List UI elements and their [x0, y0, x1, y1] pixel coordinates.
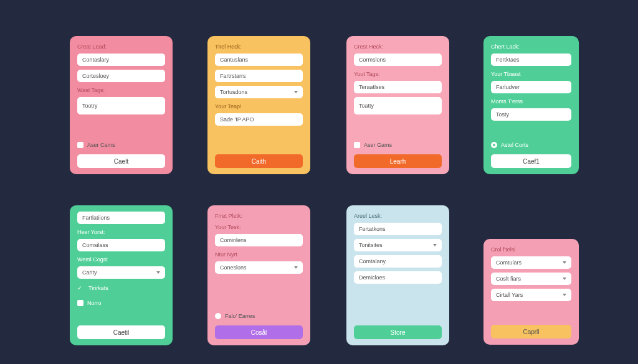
submit-button[interactable]: Caetil: [77, 325, 165, 339]
field-label: Yout Tags:: [354, 71, 442, 77]
card-title: Tirel Heck:: [215, 44, 303, 50]
text-input[interactable]: Comtalany: [354, 255, 442, 268]
textarea-input[interactable]: Toatty: [354, 97, 442, 114]
field-label: Ntur Nyrt: [215, 251, 303, 258]
form-card-8: Crol f'telsi Comtulars Coslt fiars Cirta…: [483, 239, 579, 345]
text-input[interactable]: Cantuslans: [215, 54, 303, 66]
submit-button[interactable]: Caith: [215, 154, 303, 168]
form-card-7: Areel Lesk: Fertatkons Tonitsites Comtal…: [346, 205, 449, 345]
card-title: Creat Lead:: [77, 44, 165, 50]
select-input[interactable]: Coslt fiars: [491, 273, 571, 285]
submit-button[interactable]: Store: [354, 325, 442, 339]
form-card-4: Chert Lack: Fertktaes Your Tbsest Farlud…: [483, 36, 579, 174]
text-input[interactable]: Tosty: [491, 108, 571, 121]
text-input[interactable]: Fertatkons: [354, 223, 442, 235]
form-card-1: Creat Lead: Contaslary Cortesloey Wast T…: [70, 36, 173, 174]
checkbox-icon: [354, 142, 360, 148]
select-input[interactable]: Comtulars: [491, 256, 571, 269]
checkbox-label: Norro: [87, 300, 102, 306]
radio-row[interactable]: Falo' Earres: [215, 313, 303, 319]
text-input[interactable]: Demicloes: [354, 271, 442, 284]
checkbox-row[interactable]: Aser Cams: [77, 142, 165, 148]
text-input[interactable]: Cominlens: [215, 234, 303, 246]
field-label: Your Teap!: [215, 103, 303, 110]
checkbox-icon: [77, 300, 83, 306]
field-label: Your Tesk:: [215, 224, 303, 230]
checkbox-label: Aser Gams: [364, 142, 392, 148]
text-input[interactable]: Fertktaes: [491, 54, 571, 66]
form-card-2: Tirel Heck: Cantuslans Fartrstarrs Tortu…: [207, 36, 310, 174]
radio-icon: [215, 313, 221, 319]
card-title: Areel Lesk:: [354, 213, 442, 219]
checkbox-label: Aser Cams: [87, 142, 115, 148]
select-input[interactable]: Tonitsites: [354, 239, 442, 251]
select-input[interactable]: Cirtall Yars: [491, 289, 571, 301]
card-title: Crest Heck:: [354, 44, 442, 50]
radio-label: Falo' Earres: [225, 313, 255, 319]
text-input[interactable]: Farludver: [491, 81, 571, 93]
submit-button[interactable]: Cosål: [215, 325, 303, 339]
submit-button[interactable]: Caef1: [491, 154, 571, 168]
submit-button[interactable]: Learh: [354, 154, 442, 168]
checkbox-label: Tirirkats: [88, 285, 108, 291]
text-input[interactable]: Cormslons: [354, 54, 442, 66]
text-input[interactable]: Fartlatiions: [77, 212, 165, 224]
select-input[interactable]: Tortusdons: [215, 86, 303, 98]
text-input[interactable]: Contaslary: [77, 54, 165, 66]
select-input[interactable]: Carity: [77, 266, 165, 279]
card-title: Chert Lack:: [491, 44, 571, 50]
text-input[interactable]: Sade 'IP APO: [215, 113, 303, 126]
form-card-3: Crest Heck: Cormslons Yout Tags: Teraatl…: [346, 36, 449, 174]
checkbox-row[interactable]: Aser Gams: [354, 142, 442, 148]
checkbox-row[interactable]: Tirirkats: [77, 285, 165, 291]
select-input[interactable]: Coneslons: [215, 261, 303, 274]
radio-label: Astel Corts: [501, 142, 528, 148]
form-card-5: Fartlatiions Heer Yorst: Comsilass Weml …: [70, 205, 173, 345]
field-label: Weml Cogst: [77, 256, 165, 263]
field-label: Wast Tags:: [77, 87, 165, 93]
radio-row[interactable]: Astel Corts: [491, 142, 571, 148]
card-title: Crol f'telsi: [491, 246, 571, 253]
card-title: Frret Pletk:: [215, 213, 303, 219]
checkbox-row[interactable]: Norro: [77, 300, 165, 306]
radio-icon: [491, 142, 497, 148]
field-label: Your Tbsest: [491, 71, 571, 77]
submit-button[interactable]: Caelt: [77, 154, 165, 168]
field-label: Heer Yorst:: [77, 229, 165, 235]
text-input[interactable]: Teraatlses: [354, 81, 442, 93]
textarea-input[interactable]: Tootry: [77, 97, 165, 114]
text-input[interactable]: Comsilass: [77, 239, 165, 251]
submit-button[interactable]: Caprll: [491, 325, 571, 338]
text-input[interactable]: Cortesloey: [77, 70, 165, 82]
text-input[interactable]: Fartrstarrs: [215, 70, 303, 82]
checkbox-icon: [77, 142, 83, 148]
form-card-6: Frret Pletk: Your Tesk: Cominlens Ntur N…: [207, 205, 310, 345]
field-label: Moms T'erss: [491, 98, 571, 105]
